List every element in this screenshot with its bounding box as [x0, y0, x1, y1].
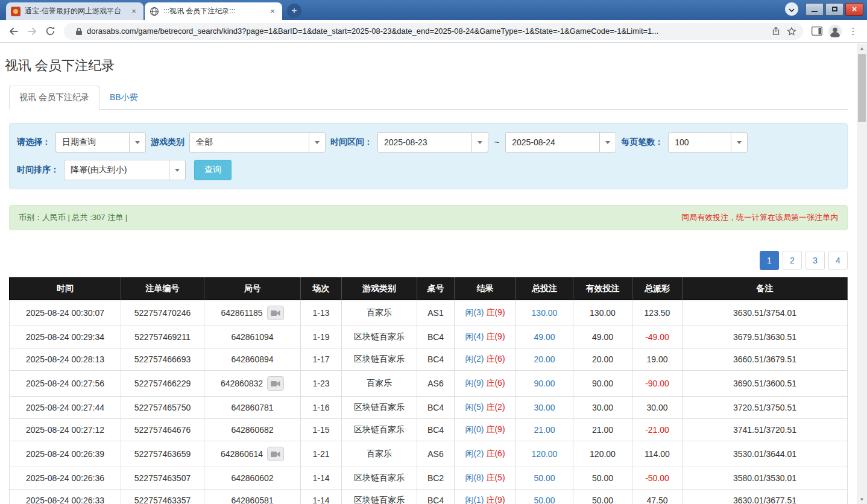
share-icon[interactable]: [768, 24, 784, 39]
bet-number-cell: 522757465750: [121, 397, 204, 419]
bet-number-cell: 522757470246: [121, 300, 204, 326]
round-cell: 642860614: [204, 441, 301, 467]
scrollbar-thumb[interactable]: [858, 54, 866, 122]
note-cell: 3720.51/3750.51: [683, 397, 848, 419]
query-type-select[interactable]: 日期查询: [55, 132, 146, 153]
payout-value: -49.00: [645, 332, 669, 342]
round-cell: 642861185: [204, 300, 301, 326]
session-cell: 1-13: [301, 300, 342, 326]
round-cell: 642860602: [204, 467, 301, 490]
sort-select[interactable]: 降幂(由大到小): [64, 160, 186, 180]
new-tab-button[interactable]: +: [287, 4, 301, 18]
total-bet-link[interactable]: 90.00: [534, 379, 555, 388]
profile-avatar[interactable]: [826, 22, 844, 40]
pagination-page-3[interactable]: 3: [806, 251, 825, 270]
table-number-cell: BC4: [417, 419, 455, 441]
menu-kebab-icon[interactable]: ⋮: [844, 22, 862, 40]
scroll-up-icon[interactable]: ▲: [857, 43, 867, 53]
column-header: 时间: [10, 278, 121, 300]
pagination-page-1[interactable]: 1: [760, 251, 779, 270]
scroll-down-icon[interactable]: ▼: [857, 494, 867, 504]
game-type-cell: 区块链百家乐: [342, 397, 417, 419]
close-icon: ×: [852, 4, 857, 14]
side-panel-icon[interactable]: [808, 22, 826, 40]
game-type-cell: 区块链百家乐: [342, 419, 417, 441]
banker-result: 庄(9): [486, 307, 505, 317]
total-bet-link[interactable]: 20.00: [534, 354, 555, 364]
session-cell: 1-23: [301, 371, 342, 397]
address-bar[interactable]: dorasabs.com/game/betrecord_search/kind3…: [64, 23, 803, 40]
game-type-select[interactable]: 全部: [189, 132, 326, 153]
round-number: 642860894: [231, 354, 273, 364]
table-row: 2025-08-24 00:26:39 522757463659 6428606…: [10, 441, 848, 467]
total-bet-link[interactable]: 21.00: [534, 425, 555, 435]
date-start-select[interactable]: 2025-08-23: [377, 132, 488, 153]
page-scrollbar[interactable]: ▲ ▼: [857, 43, 867, 504]
chevron-down-icon: [471, 133, 488, 152]
session-cell: 1-14: [301, 467, 342, 490]
page-content: 视讯 会员下注纪录 视讯 会员下注纪录 BB小费 请选择： 日期查询 游戏类别 …: [0, 43, 857, 504]
table-row: 2025-08-24 00:27:44 522757465750 6428607…: [10, 397, 848, 419]
total-bet-cell: 90.00: [516, 371, 573, 397]
tab-close-icon[interactable]: ×: [129, 7, 139, 16]
minimize-button[interactable]: [806, 3, 824, 16]
table-number-cell: BC2: [417, 467, 455, 490]
valid-bet-cell: 49.00: [573, 326, 632, 348]
pagination-page-2[interactable]: 2: [783, 251, 802, 270]
close-button[interactable]: ×: [845, 3, 863, 16]
tab-title: :::视讯 会员下注纪录:::: [163, 6, 263, 16]
note-cell: 3630.01/3677.51: [683, 490, 848, 504]
total-bet-link[interactable]: 50.00: [534, 496, 555, 504]
result-cell: 闲(8) 庄(5): [455, 467, 516, 490]
browser-tab-1[interactable]: 通宝-信誉最好的网上游戏平台 ×: [6, 2, 143, 20]
round-number: 642860682: [231, 425, 273, 435]
browser-tab-2[interactable]: :::视讯 会员下注纪录::: ×: [145, 2, 282, 20]
page-title: 视讯 会员下注纪录: [5, 57, 848, 75]
result-cell: 闲(1) 庄(9): [455, 490, 516, 504]
tab-close-icon[interactable]: ×: [268, 7, 277, 16]
total-bet-link[interactable]: 30.00: [534, 403, 555, 412]
column-header: 有效投注: [573, 278, 632, 300]
payout-value: 30.00: [646, 403, 667, 412]
total-bet-cell: 20.00: [516, 348, 573, 371]
total-bet-link[interactable]: 50.00: [534, 473, 555, 483]
payout-value: 123.50: [645, 308, 670, 318]
replay-icon[interactable]: [267, 306, 284, 320]
pagination-page-4[interactable]: 4: [828, 251, 848, 270]
column-header: 游戏类别: [342, 278, 417, 300]
column-header: 场次: [301, 278, 342, 300]
minimize-icon: [812, 11, 818, 12]
bookmark-star-icon[interactable]: [784, 24, 799, 39]
total-bet-link[interactable]: 49.00: [534, 332, 555, 342]
game-type-cell: 区块链百家乐: [342, 467, 417, 490]
total-bet-link[interactable]: 130.00: [532, 308, 558, 318]
replay-icon[interactable]: [267, 447, 284, 461]
table-number-cell: AS6: [417, 371, 455, 397]
note-cell: 3530.01/3644.01: [683, 441, 848, 467]
player-result: 闲(2): [465, 354, 484, 364]
date-end-select[interactable]: 2025-08-24: [505, 132, 616, 153]
player-result: 闲(5): [465, 402, 484, 412]
note-cell: 3741.51/3720.51: [683, 419, 848, 441]
reload-button[interactable]: [41, 22, 59, 40]
search-button[interactable]: 查询: [194, 160, 232, 180]
payout-value: 19.00: [646, 354, 667, 364]
result-cell: 闲(0) 庄(9): [455, 419, 516, 441]
chevron-down-icon: [169, 160, 185, 180]
round-number: 642861185: [221, 308, 262, 318]
maximize-button[interactable]: [825, 3, 843, 16]
total-bet-cell: 130.00: [516, 300, 573, 326]
replay-icon[interactable]: [267, 376, 284, 391]
back-button[interactable]: [5, 22, 23, 40]
payout-cell: -50.00: [632, 467, 683, 490]
url-text[interactable]: dorasabs.com/game/betrecord_search/kind3…: [87, 27, 768, 36]
per-page-select[interactable]: 100: [668, 132, 748, 153]
column-header: 桌号: [417, 278, 455, 300]
tab-bb-tip[interactable]: BB小费: [99, 86, 148, 110]
tab-search-button[interactable]: [785, 2, 798, 16]
forward-button[interactable]: [23, 22, 41, 40]
tab-bet-records[interactable]: 视讯 会员下注纪录: [9, 86, 99, 110]
lock-icon[interactable]: [71, 24, 87, 39]
total-bet-link[interactable]: 120.00: [532, 449, 558, 459]
browser-navbar: dorasabs.com/game/betrecord_search/kind3…: [0, 20, 867, 43]
